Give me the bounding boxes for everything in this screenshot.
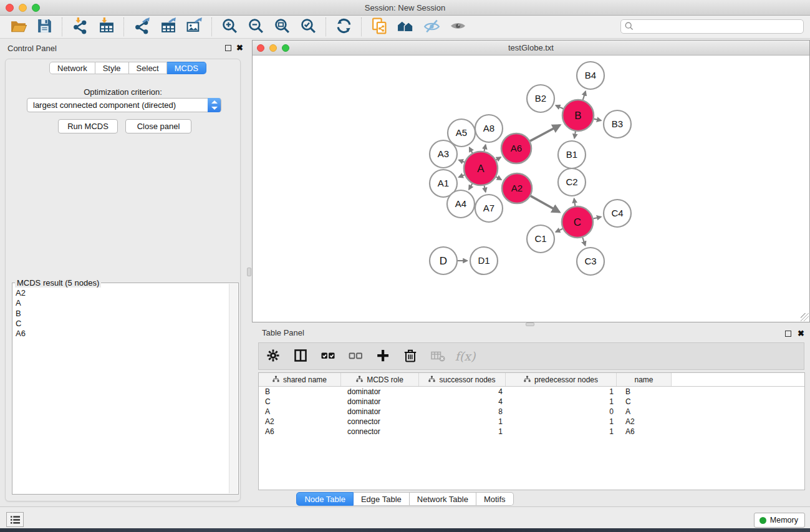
cell[interactable]: connector xyxy=(341,417,419,426)
edge-A2-C[interactable] xyxy=(531,196,559,212)
node-B4[interactable]: B4 xyxy=(577,62,604,89)
cell[interactable]: 0 xyxy=(506,407,617,416)
node-B3[interactable]: B3 xyxy=(604,110,631,138)
zoom-fit-button[interactable] xyxy=(269,17,295,37)
edge-A-A5[interactable] xyxy=(470,147,473,153)
result-item[interactable]: C xyxy=(16,319,226,329)
table-row[interactable]: Adominator80A xyxy=(259,407,804,417)
table-row[interactable]: A6connector11A6 xyxy=(259,427,804,437)
minimize-window-button[interactable] xyxy=(19,4,27,12)
delete-column-button[interactable] xyxy=(401,347,420,365)
cell[interactable]: dominator xyxy=(341,407,419,416)
cell[interactable]: 4 xyxy=(419,397,506,406)
cell[interactable]: 1 xyxy=(506,387,617,396)
vertical-split-handle[interactable] xyxy=(247,268,251,276)
export-table-button[interactable] xyxy=(155,17,181,37)
edge-C-C3[interactable] xyxy=(582,238,585,246)
run-mcds-button[interactable]: Run MCDS xyxy=(58,119,118,133)
cell[interactable]: A xyxy=(259,407,341,416)
cell[interactable]: 4 xyxy=(419,387,506,396)
cell[interactable]: C xyxy=(259,397,341,406)
tab-node-table[interactable]: Node Table xyxy=(296,492,354,506)
tab-select[interactable]: Select xyxy=(129,62,167,74)
edge-A-A4[interactable] xyxy=(469,183,472,189)
table-row[interactable]: Bdominator41B xyxy=(259,387,804,397)
cell[interactable]: 1 xyxy=(419,417,506,426)
cell[interactable]: B xyxy=(617,387,672,396)
node-B1[interactable]: B1 xyxy=(558,141,586,168)
deselect-all-button[interactable] xyxy=(346,347,365,365)
node-C2[interactable]: C2 xyxy=(558,168,586,196)
save-session-button[interactable] xyxy=(31,17,57,37)
edge-C-C1[interactable] xyxy=(556,229,562,232)
zoom-window-button[interactable] xyxy=(32,4,40,12)
edge-A-A1[interactable] xyxy=(459,175,465,177)
tab-mcds[interactable]: MCDS xyxy=(167,62,206,74)
node-A8[interactable]: A8 xyxy=(475,115,503,142)
node-C1[interactable]: C1 xyxy=(527,225,554,253)
network-canvas[interactable]: B4B2BB3A8A5A6A3B1AC2A1A2A4A7C4CC1DD1C3 xyxy=(253,56,809,322)
zoom-out-button[interactable] xyxy=(243,17,269,37)
zoom-in-button[interactable] xyxy=(216,17,243,37)
select-all-button[interactable] xyxy=(319,347,337,365)
node-A7[interactable]: A7 xyxy=(475,195,503,222)
hide-selected-button[interactable] xyxy=(418,17,445,37)
tab-edge-table[interactable]: Edge Table xyxy=(354,492,410,506)
edge-A-A8[interactable] xyxy=(485,145,486,151)
show-column-button[interactable] xyxy=(291,347,310,365)
cell[interactable]: 8 xyxy=(419,407,506,416)
control-panel-float-icon[interactable] xyxy=(225,45,231,51)
edge-A-A2[interactable] xyxy=(496,177,501,180)
tab-network[interactable]: Network xyxy=(49,62,95,74)
edge-A-A7[interactable] xyxy=(485,185,486,191)
cell[interactable]: dominator xyxy=(341,397,419,406)
zoom-selected-button[interactable] xyxy=(295,17,321,37)
result-item[interactable]: A xyxy=(16,298,226,308)
edge-A6-B[interactable] xyxy=(530,125,560,142)
column-header-name[interactable]: name xyxy=(617,373,672,386)
edge-B-B4[interactable] xyxy=(583,91,586,100)
open-session-button[interactable] xyxy=(5,17,31,37)
cell[interactable]: 1 xyxy=(506,417,617,426)
node-D1[interactable]: D1 xyxy=(470,247,498,274)
edge-A-A6[interactable] xyxy=(496,157,501,160)
column-header-shared-name[interactable]: shared name xyxy=(259,373,341,386)
cell[interactable]: A6 xyxy=(259,427,341,436)
settings-gear-button[interactable] xyxy=(264,347,282,365)
export-image-button[interactable] xyxy=(181,17,207,37)
add-column-button[interactable] xyxy=(374,347,392,365)
edge-C-C2[interactable] xyxy=(574,198,576,206)
column-header-MCDS-role[interactable]: MCDS role xyxy=(341,373,419,386)
node-A3[interactable]: A3 xyxy=(430,140,457,168)
first-neighbors-button[interactable] xyxy=(392,17,418,37)
edge-A-A3[interactable] xyxy=(459,160,465,162)
node-D[interactable]: D xyxy=(430,247,457,274)
edge-B-B3[interactable] xyxy=(594,119,601,121)
table-row[interactable]: A2connector11A2 xyxy=(259,417,804,427)
tab-network-table[interactable]: Network Table xyxy=(410,492,476,506)
cell[interactable]: B xyxy=(259,387,341,396)
table-panel-close-icon[interactable]: ✖ xyxy=(798,329,804,339)
node-A6[interactable]: A6 xyxy=(501,133,531,163)
tab-style[interactable]: Style xyxy=(95,62,129,74)
table-panel-float-icon[interactable] xyxy=(785,331,791,337)
cell[interactable]: dominator xyxy=(341,387,419,396)
resize-grip-icon[interactable] xyxy=(801,313,809,321)
cell[interactable]: A2 xyxy=(617,417,672,426)
table-row[interactable]: Cdominator41C xyxy=(259,397,804,407)
network-from-selection-button[interactable] xyxy=(366,17,392,37)
control-panel-close-icon[interactable]: ✖ xyxy=(236,43,243,53)
node-A[interactable]: A xyxy=(464,152,498,185)
cell[interactable]: C xyxy=(617,397,672,406)
cell[interactable]: A6 xyxy=(617,427,672,436)
result-item[interactable]: A6 xyxy=(16,329,226,339)
criterion-select[interactable]: largest connected component (directed) xyxy=(27,98,221,112)
tab-motifs[interactable]: Motifs xyxy=(476,492,514,506)
cell[interactable]: A xyxy=(617,407,672,416)
search-input[interactable] xyxy=(620,19,804,34)
edge-B-B2[interactable] xyxy=(556,105,563,109)
network-minimize-button[interactable] xyxy=(269,44,277,52)
result-scrollbar[interactable] xyxy=(229,284,238,493)
mcds-result-list[interactable]: A2ABCA6 xyxy=(13,284,229,493)
show-all-button[interactable] xyxy=(445,17,471,37)
